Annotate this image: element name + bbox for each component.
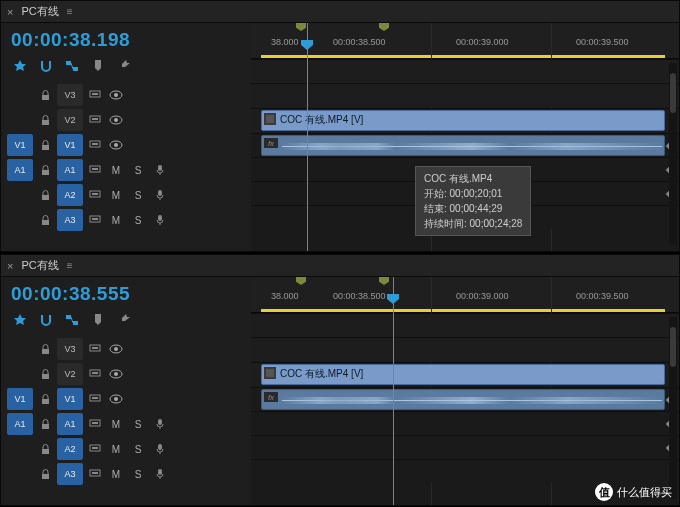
close-icon[interactable]: × [7,260,13,272]
toggle-output-icon[interactable] [107,86,125,104]
scrollbar[interactable] [669,63,677,245]
sync-lock-icon[interactable] [87,416,103,432]
mute-button[interactable]: M [107,161,125,179]
target-v1[interactable]: V1 [57,388,83,410]
nest-icon[interactable] [11,57,29,75]
solo-button[interactable]: S [129,465,147,483]
panel-menu-icon[interactable]: ≡ [67,260,73,271]
lock-icon[interactable] [37,212,53,228]
sync-lock-icon[interactable] [87,187,103,203]
timecode-display[interactable]: 00:00:38.555 [7,281,245,309]
voiceover-icon[interactable] [151,415,169,433]
voiceover-icon[interactable] [151,440,169,458]
timeline-area[interactable]: 38.000 00:00:38.500 00:00:39.000 00:00:3… [251,23,679,251]
voiceover-icon[interactable] [151,211,169,229]
sync-lock-icon[interactable] [87,87,103,103]
toggle-output-icon[interactable] [107,390,125,408]
toggle-output-icon[interactable] [107,136,125,154]
mute-button[interactable]: M [107,440,125,458]
playhead[interactable] [307,23,308,251]
solo-button[interactable]: S [129,415,147,433]
lock-icon[interactable] [37,441,53,457]
timecode-display[interactable]: 00:00:38.198 [7,27,245,55]
lock-icon[interactable] [37,391,53,407]
marker-icon[interactable] [379,23,389,33]
tab-title[interactable]: PC有线 [21,4,58,19]
lock-icon[interactable] [37,341,53,357]
lock-icon[interactable] [37,162,53,178]
solo-button[interactable]: S [129,161,147,179]
sync-lock-icon[interactable] [87,137,103,153]
timeline-area[interactable]: 38.000 00:00:38.500 00:00:39.000 00:00:3… [251,277,679,505]
video-clip[interactable]: COC 有线.MP4 [V] [261,364,665,385]
mute-button[interactable]: M [107,211,125,229]
scrollbar[interactable] [669,317,677,499]
audio-clip[interactable]: fx [261,135,665,156]
close-icon[interactable]: × [7,6,13,18]
toggle-output-icon[interactable] [107,340,125,358]
lock-icon[interactable] [37,87,53,103]
marker-icon[interactable] [89,57,107,75]
sync-lock-icon[interactable] [87,341,103,357]
scrollbar-thumb[interactable] [670,73,676,113]
source-v1[interactable]: V1 [7,134,33,156]
nest-icon[interactable] [11,311,29,329]
mute-button[interactable]: M [107,186,125,204]
marker-icon[interactable] [379,277,389,287]
sync-lock-icon[interactable] [87,391,103,407]
lock-icon[interactable] [37,366,53,382]
toggle-output-icon[interactable] [107,365,125,383]
playhead[interactable] [393,277,394,505]
lock-icon[interactable] [37,466,53,482]
target-v3[interactable]: V3 [57,338,83,360]
solo-button[interactable]: S [129,186,147,204]
voiceover-icon[interactable] [151,186,169,204]
settings-icon[interactable] [115,57,133,75]
snap-icon[interactable] [37,311,55,329]
audio-clip[interactable]: fx [261,389,665,410]
work-area-bar[interactable] [261,55,665,58]
source-v1[interactable]: V1 [7,388,33,410]
time-ruler[interactable]: 38.000 00:00:38.500 00:00:39.000 00:00:3… [251,23,679,59]
sync-lock-icon[interactable] [87,162,103,178]
solo-button[interactable]: S [129,440,147,458]
source-a1[interactable]: A1 [7,159,33,181]
snap-icon[interactable] [37,57,55,75]
solo-button[interactable]: S [129,211,147,229]
marker-icon[interactable] [296,277,306,287]
lock-icon[interactable] [37,112,53,128]
linked-selection-icon[interactable] [63,57,81,75]
tab-title[interactable]: PC有线 [21,258,58,273]
toggle-output-icon[interactable] [107,111,125,129]
target-v1[interactable]: V1 [57,134,83,156]
target-a1[interactable]: A1 [57,159,83,181]
mute-button[interactable]: M [107,465,125,483]
target-a3[interactable]: A3 [57,209,83,231]
work-area-bar[interactable] [261,309,665,312]
scrollbar-thumb[interactable] [670,327,676,367]
lock-icon[interactable] [37,416,53,432]
sync-lock-icon[interactable] [87,466,103,482]
sync-lock-icon[interactable] [87,212,103,228]
target-v2[interactable]: V2 [57,109,83,131]
lock-icon[interactable] [37,137,53,153]
marker-icon[interactable] [296,23,306,33]
settings-icon[interactable] [115,311,133,329]
target-a2[interactable]: A2 [57,184,83,206]
target-a1[interactable]: A1 [57,413,83,435]
marker-icon[interactable] [89,311,107,329]
video-clip[interactable]: COC 有线.MP4 [V] [261,110,665,131]
source-a1[interactable]: A1 [7,413,33,435]
panel-menu-icon[interactable]: ≡ [67,6,73,17]
voiceover-icon[interactable] [151,465,169,483]
target-a3[interactable]: A3 [57,463,83,485]
sync-lock-icon[interactable] [87,112,103,128]
mute-button[interactable]: M [107,415,125,433]
linked-selection-icon[interactable] [63,311,81,329]
voiceover-icon[interactable] [151,161,169,179]
target-a2[interactable]: A2 [57,438,83,460]
time-ruler[interactable]: 38.000 00:00:38.500 00:00:39.000 00:00:3… [251,277,679,313]
target-v3[interactable]: V3 [57,84,83,106]
target-v2[interactable]: V2 [57,363,83,385]
lock-icon[interactable] [37,187,53,203]
